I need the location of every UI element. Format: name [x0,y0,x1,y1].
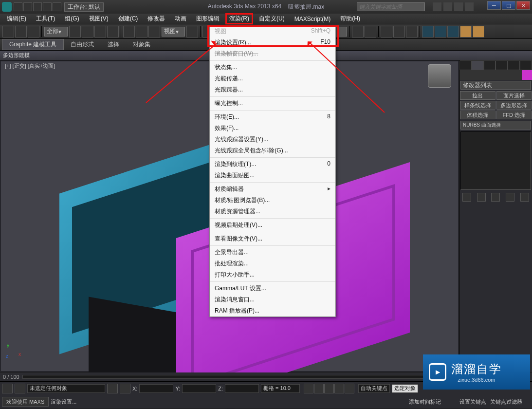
lock-icon[interactable] [2,384,13,393]
setkey-button[interactable]: 设置关键点 [459,398,486,406]
teapot-render-icon[interactable] [473,26,484,37]
titlebar-icon[interactable] [443,2,452,11]
stack-config-icon[interactable] [520,193,529,202]
subcat-icon[interactable] [501,70,511,80]
panel-tab-create-icon[interactable] [459,60,472,70]
render-setup-icon[interactable] [435,26,446,37]
menu-edit[interactable]: 编辑(E) [3,14,30,24]
y-field[interactable] [182,384,216,393]
material-editor-icon[interactable] [422,26,434,37]
select-region-icon[interactable] [94,26,106,37]
render-menu-item[interactable]: 查看图像文件(V)... [210,233,335,244]
maximize-button[interactable]: ▢ [502,1,515,10]
render-menu-item[interactable]: 光线跟踪全局包含/排除(G)... [210,145,335,156]
render-menu-item[interactable]: 材质资源管理器... [210,206,335,217]
btn-polysel[interactable]: 多边形选择 [496,101,532,110]
refcoord-system[interactable]: 视图 ▾ [162,27,185,37]
layers-icon[interactable] [381,26,392,37]
app-logo-icon[interactable] [2,2,12,12]
goto-start-icon[interactable] [304,384,313,393]
pivot-icon[interactable] [186,26,198,37]
menu-modifiers[interactable]: 修改器 [144,14,169,24]
menu-maxscript[interactable]: MAXScript(M) [291,15,335,23]
titlebar-icon[interactable] [433,2,441,11]
modifier-list[interactable]: 修改器列表 [460,81,531,90]
panel-tab-hierarchy-icon[interactable] [484,60,496,70]
stack-unique-icon[interactable] [491,193,500,202]
next-frame-icon[interactable] [334,384,344,393]
ribbon-tab-freeform[interactable]: 自由形式 [64,39,101,50]
render-menu-topitem[interactable]: 视图 Shift+Q [210,26,335,37]
modifier-stack[interactable] [460,131,531,190]
isolate-icon[interactable] [15,384,25,393]
btn-patchsel[interactable]: 面片选择 [496,91,532,100]
select-icon[interactable] [69,26,81,37]
render-menu-item[interactable]: 材质编辑器 [210,184,335,195]
move-icon[interactable] [123,26,135,37]
stack-show-icon[interactable] [477,193,486,202]
render-menu-item[interactable]: 曝光控制... [210,98,335,109]
menu-views[interactable]: 视图(V) [85,14,112,24]
selected-object-field[interactable]: 选定对象 [392,384,418,393]
subcat-icon[interactable] [459,70,470,80]
menu-group[interactable]: 组(G) [61,14,83,24]
menu-rendering[interactable]: 渲染(R) [225,13,253,24]
panel-tab-modify-icon[interactable] [472,60,484,70]
viewport-tag[interactable]: [+] [正交] [真实+边面] [5,62,55,70]
workspace-selector[interactable]: 工作台: 默认 [64,2,104,12]
render-menu-item[interactable]: 渲染帧窗口(W)... [210,48,335,59]
titlebar-icon[interactable] [454,2,463,11]
render-menu-item[interactable]: Gamma/LUT 设置... [210,283,335,294]
stack-remove-icon[interactable] [506,193,514,202]
render-menu-item[interactable]: 视频后期处理(V)... [210,220,335,231]
render-menu-item[interactable]: 效果(F)... [210,123,335,134]
titlebar-icon[interactable] [465,2,474,11]
keyfilter-button[interactable]: 关键点过滤器 [490,398,522,406]
curve-editor-icon[interactable] [393,26,405,37]
btn-volsel[interactable]: 体积选择 [460,111,495,119]
panel-tab-utilities-icon[interactable] [520,60,532,70]
unlink-icon[interactable] [15,26,27,37]
align-icon[interactable] [365,26,376,37]
panel-tab-display-icon[interactable] [508,60,520,70]
render-menu-item[interactable]: 打印大小助手... [210,269,335,280]
panel-tab-motion-icon[interactable] [495,60,508,70]
modifier-nurbs[interactable]: NURBS 曲面选择 [460,121,531,130]
viewcube-icon[interactable] [428,64,451,88]
qat-redo-icon[interactable] [53,2,61,11]
btn-ffdsel[interactable]: FFD 选择 [496,111,532,119]
subcat-icon[interactable] [470,70,480,80]
play-icon[interactable] [324,384,334,393]
render-menu-item[interactable]: 环境(E)...8 [210,112,335,123]
z-field[interactable] [225,384,259,393]
render-menu-item[interactable]: 光能传递... [210,73,335,84]
render-menu-item[interactable]: 渲染设置(R)...F10 [210,37,335,48]
render-menu-item[interactable]: RAM 播放器(P)... [210,305,335,316]
help-search-input[interactable] [357,2,425,11]
add-time-tag[interactable]: 添加时间标记 [409,398,458,406]
link-icon[interactable] [2,26,14,37]
x-field[interactable] [139,384,173,393]
qat-save-icon[interactable] [33,2,42,11]
selection-filter[interactable]: 全部 ▾ [44,27,68,37]
menu-help[interactable]: 帮助(H) [336,14,364,24]
rotate-icon[interactable] [136,26,147,37]
stack-pin-icon[interactable] [462,193,471,202]
render-menu-item[interactable]: 光跟踪器... [210,84,335,95]
minimize-button[interactable]: ─ [487,1,501,10]
bind-icon[interactable] [28,26,39,37]
goto-end-icon[interactable] [345,384,354,393]
menu-customize[interactable]: 自定义(U) [255,14,289,24]
abs-icon[interactable] [120,384,130,393]
subcat-icon[interactable] [511,70,521,80]
menu-create[interactable]: 创建(C) [114,14,142,24]
btn-splinesel[interactable]: 样条线选择 [460,101,495,110]
render-menu-item[interactable]: 批处理渲染... [210,258,335,269]
prev-frame-icon[interactable] [314,384,324,393]
menu-grapheditors[interactable]: 图形编辑 [192,14,223,24]
render-frame-icon[interactable] [447,26,459,37]
render-menu-item[interactable]: 材质/贴图浏览器(B)... [210,195,335,206]
qat-new-icon[interactable] [14,2,22,11]
window-crossing-icon[interactable] [107,26,119,37]
subcat-icon[interactable] [480,70,491,80]
